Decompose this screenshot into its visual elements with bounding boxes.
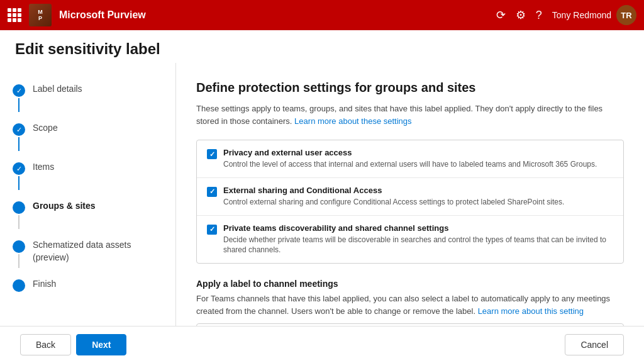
sidebar-item-items[interactable]: ✓ Items <box>10 156 165 195</box>
main-content: Define protection settings for groups an… <box>176 63 644 326</box>
help-icon[interactable]: ? <box>536 9 542 22</box>
step-label-items: Items <box>33 161 54 174</box>
footer: Back Next Cancel <box>0 326 644 363</box>
navbar-right: ⟳ ⚙ ? Tony Redmond TR <box>496 5 636 25</box>
checkbox-external[interactable]: ✓ <box>207 187 217 197</box>
label-section-link[interactable]: Learn more about this setting <box>478 306 584 316</box>
checkbox-privacy[interactable]: ✓ <box>207 149 217 159</box>
checkbox-desc-privacy: Control the level of access that interna… <box>223 159 613 170</box>
sidebar-item-schematized[interactable]: Schematized data assets (preview) <box>10 234 165 273</box>
checkbox-title-privacy: Privacy and external user access <box>223 148 613 157</box>
navbar-title: Microsoft Purview <box>59 9 146 21</box>
checkbox-private-teams[interactable]: ✓ <box>207 225 217 235</box>
checkbox-item-external: ✓ External sharing and Conditional Acces… <box>197 178 623 216</box>
step-icon-finish <box>13 279 25 292</box>
sidebar-item-groups-sites[interactable]: Groups & sites <box>10 195 165 234</box>
settings-icon[interactable]: ⚙ <box>516 8 526 22</box>
share-icon[interactable]: ⟳ <box>496 8 506 22</box>
sidebar-item-label-details[interactable]: ✓ Label details <box>10 78 165 117</box>
section-description: These settings apply to teams, groups, a… <box>196 103 624 127</box>
next-button[interactable]: Next <box>76 334 126 355</box>
cancel-button[interactable]: Cancel <box>565 334 624 355</box>
waffle-icon[interactable] <box>8 8 21 22</box>
back-button[interactable]: Back <box>20 334 71 355</box>
user-name: Tony Redmond <box>552 10 611 20</box>
label-section-desc: For Teams channels that have this label … <box>196 293 624 317</box>
step-label-schematized: Schematized data assets (preview) <box>33 239 163 264</box>
checkbox-item-private-teams: ✓ Private teams discoverability and shar… <box>197 216 623 264</box>
content-area: ✓ Label details ✓ Scope ✓ Items <box>0 63 644 326</box>
checkbox-item-privacy: ✓ Privacy and external user access Contr… <box>197 140 623 178</box>
checkbox-desc-private-teams: Decide whether private teams will be dis… <box>223 235 613 256</box>
label-section: Apply a label to channel meetings For Te… <box>196 279 624 326</box>
step-icon-groups-sites <box>13 201 25 214</box>
step-label-label-details: Label details <box>33 83 82 96</box>
section-link[interactable]: Learn more about these settings <box>294 116 411 126</box>
section-title: Define protection settings for groups an… <box>196 81 624 95</box>
navbar: MP Microsoft Purview ⟳ ⚙ ? Tony Redmond … <box>0 0 644 30</box>
checkbox-desc-external: Control external sharing and configure C… <box>223 197 613 208</box>
checkbox-section: ✓ Privacy and external user access Contr… <box>196 140 624 264</box>
avatar: TR <box>616 5 636 25</box>
sidebar-item-finish[interactable]: Finish <box>10 273 165 297</box>
step-label-scope: Scope <box>33 122 58 135</box>
page-title: Edit sensitivity label <box>0 30 644 63</box>
step-icon-items: ✓ <box>13 162 25 175</box>
user-menu[interactable]: Tony Redmond TR <box>552 5 636 25</box>
step-label-groups-sites: Groups & sites <box>33 200 96 213</box>
checkbox-title-private-teams: Private teams discoverability and shared… <box>223 223 613 233</box>
step-icon-label-details: ✓ <box>13 84 25 97</box>
page-layout: Edit sensitivity label ✓ Label details ✓… <box>0 30 644 363</box>
step-label-finish: Finish <box>33 278 56 291</box>
label-section-title: Apply a label to channel meetings <box>196 279 624 289</box>
sidebar: ✓ Label details ✓ Scope ✓ Items <box>0 63 176 326</box>
sidebar-item-scope[interactable]: ✓ Scope <box>10 117 165 156</box>
step-icon-scope: ✓ <box>13 123 25 136</box>
app-logo: MP <box>29 4 52 26</box>
checkbox-title-external: External sharing and Conditional Access <box>223 186 613 195</box>
step-icon-schematized <box>13 240 25 253</box>
